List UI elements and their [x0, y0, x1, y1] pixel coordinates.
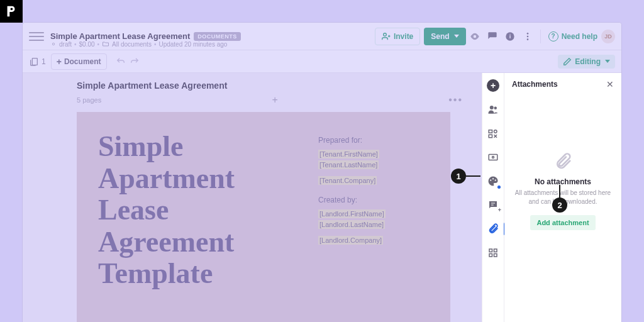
breadcrumb: draft • $0.00 • All documents • Updated … [50, 40, 227, 48]
add-document-button[interactable]: + Document [51, 53, 107, 70]
svg-point-18 [495, 179, 496, 180]
token-tenant-last[interactable]: [Tenant.LastName] [318, 160, 379, 169]
document-title: Simple Apartment Lease Agreement [50, 31, 190, 41]
callout-2: 2 [552, 197, 567, 213]
token-landlord-last[interactable]: [Landlord.LastName] [318, 220, 385, 229]
info-icon[interactable]: i [501, 28, 519, 45]
token-landlord-first[interactable]: [Landlord.FirstName] [318, 209, 386, 218]
svg-point-10 [494, 107, 497, 110]
folder-link[interactable]: All documents [112, 41, 152, 48]
svg-point-5 [526, 33, 528, 35]
top-bar: Simple Apartment Lease Agreement DOCUMEN… [23, 23, 621, 50]
panel-title: Attachments [512, 80, 558, 89]
callout-2-line [559, 185, 560, 198]
avatar[interactable]: JD [601, 30, 615, 43]
editing-mode-button[interactable]: Editing [558, 55, 615, 69]
no-attachments-label: No attachments [535, 177, 591, 186]
documents-badge: DOCUMENTS [194, 32, 241, 41]
undo-icon[interactable] [116, 57, 126, 67]
doc-count[interactable]: 1 [29, 57, 46, 67]
apps-icon[interactable] [486, 245, 501, 260]
status-draft: draft [59, 41, 72, 48]
pricing-icon[interactable] [486, 150, 501, 165]
callout-1: 1 [451, 169, 466, 184]
svg-text:i: i [509, 33, 511, 40]
created-by-label: Created by: [318, 196, 429, 204]
right-rail: + + [482, 73, 504, 322]
svg-point-9 [490, 106, 494, 109]
attachments-icon[interactable] [486, 221, 501, 236]
price: $0.00 [79, 41, 95, 48]
chevron-down-icon [605, 60, 610, 63]
document-page[interactable]: Simple Apartment Lease Agreement Templat… [77, 112, 450, 322]
svg-point-16 [490, 179, 491, 180]
add-attachment-button[interactable]: Add attachment [530, 215, 595, 230]
svg-point-15 [492, 157, 494, 158]
brand-logo [0, 0, 23, 23]
paperclip-icon [553, 152, 572, 171]
visibility-icon[interactable] [466, 28, 484, 45]
more-icon[interactable] [519, 28, 536, 45]
prepared-for-label: Prepared for: [318, 136, 429, 145]
svg-point-0 [11, 8, 13, 11]
need-help-button[interactable]: ? Need help [548, 31, 597, 42]
messaging-icon[interactable]: + [486, 197, 501, 213]
svg-point-17 [492, 178, 494, 179]
svg-rect-20 [494, 249, 497, 252]
menu-icon[interactable] [29, 29, 44, 44]
svg-point-7 [526, 38, 528, 40]
variables-icon[interactable] [486, 126, 501, 141]
close-icon[interactable]: ✕ [606, 79, 614, 89]
token-landlord-company[interactable]: [Landlord.Company] [318, 236, 383, 245]
plus-icon: + [57, 57, 62, 67]
add-section-icon[interactable]: + [486, 78, 501, 93]
toolbar: 1 + Document Editing [23, 50, 621, 73]
add-page-button[interactable]: + [101, 94, 448, 106]
send-button[interactable]: Send [424, 28, 465, 45]
page-count: 5 pages [77, 96, 101, 104]
people-icon[interactable] [486, 102, 501, 117]
page-more-icon[interactable]: ••• [448, 94, 463, 106]
attachments-panel: Attachments ✕ No attachments All attachm… [504, 73, 621, 322]
design-icon[interactable] [486, 174, 501, 189]
svg-point-6 [526, 35, 528, 37]
svg-point-12 [494, 130, 497, 133]
svg-rect-14 [489, 155, 497, 160]
document-canvas[interactable]: Simple Apartment Lease Agreement 5 pages… [23, 73, 482, 322]
svg-point-1 [52, 43, 54, 45]
callout-1-line [466, 175, 480, 177]
token-tenant-company[interactable]: [Tenant.Company] [318, 176, 377, 185]
svg-rect-13 [489, 135, 492, 138]
svg-rect-8 [32, 58, 37, 65]
svg-rect-11 [489, 130, 492, 133]
page-title: Simple Apartment Lease Agreement [77, 80, 482, 91]
question-icon: ? [548, 31, 558, 42]
invite-button[interactable]: Invite [375, 28, 420, 45]
doc-heading: Simple Apartment Lease Agreement Templat… [98, 131, 299, 322]
comment-icon[interactable] [484, 28, 501, 45]
token-tenant-first[interactable]: [Tenant.FirstName] [318, 150, 379, 158]
svg-rect-21 [489, 254, 492, 257]
redo-icon[interactable] [130, 57, 140, 67]
svg-rect-22 [494, 254, 497, 257]
svg-point-2 [384, 33, 387, 36]
chevron-down-icon [454, 35, 459, 38]
updated-time: Updated 20 minutes ago [158, 41, 227, 48]
svg-rect-19 [489, 249, 492, 252]
